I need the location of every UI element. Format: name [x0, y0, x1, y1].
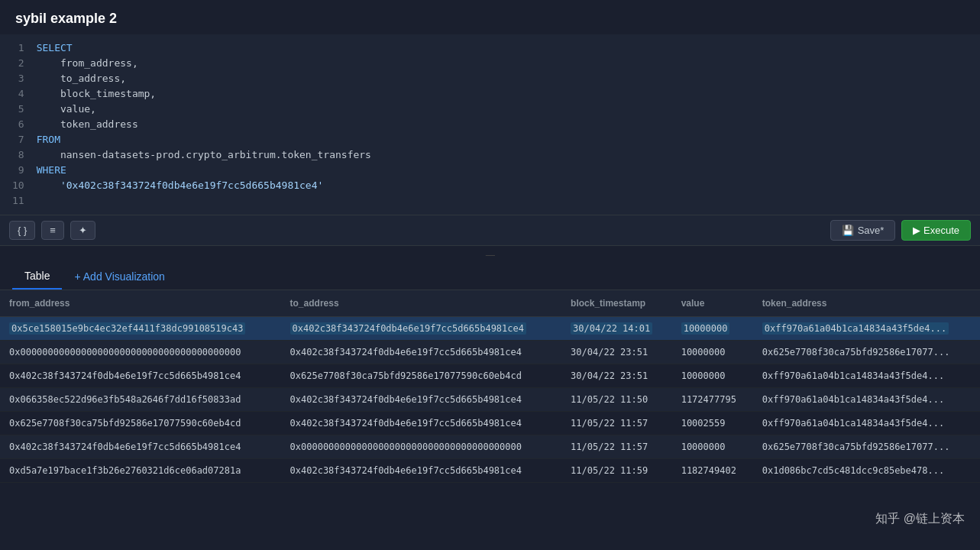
table-row: 0x5ce158015e9bc4ec32ef4411f38dc99108519c… — [0, 317, 980, 341]
execute-button[interactable]: ▶ Execute — [901, 220, 971, 241]
table-row: 0x402c38f343724f0db4e6e19f7cc5d665b4981c… — [0, 364, 980, 388]
cell-value: 10000000 — [672, 317, 753, 341]
save-icon: 💾 — [842, 225, 854, 236]
cell-to_address: 0x625e7708f30ca75bfd92586e17077590c60eb4… — [281, 364, 562, 388]
cell-token_address: 0xff970a61a04b1ca14834a43f5de4... — [753, 364, 980, 388]
results-table: from_address to_address block_timestamp … — [0, 290, 980, 483]
cell-to_address: 0x402c38f343724f0db4e6e19f7cc5d665b4981c… — [281, 412, 562, 435]
save-button[interactable]: 💾 Save* — [830, 220, 896, 241]
tab-table[interactable]: Table — [12, 264, 62, 290]
cell-value: 10000000 — [672, 435, 753, 459]
cell-to_address: 0x402c38f343724f0db4e6e19f7cc5d665b4981c… — [281, 388, 562, 412]
table-header-row: from_address to_address block_timestamp … — [0, 290, 980, 317]
cell-block_timestamp: 11/05/22 11:50 — [561, 388, 672, 412]
table-row: 0xd5a7e197bace1f3b26e2760321d6ce06ad0728… — [0, 459, 980, 483]
table-row: 0x00000000000000000000000000000000000000… — [0, 341, 980, 364]
col-to-address: to_address — [281, 290, 562, 317]
table-row: 0x402c38f343724f0db4e6e19f7cc5d665b4981c… — [0, 435, 980, 459]
cell-value: 1172477795 — [672, 388, 753, 412]
cell-block_timestamp: 30/04/22 23:51 — [561, 341, 672, 364]
drag-handle[interactable]: ⸻ — [0, 246, 980, 264]
cell-from_address: 0x402c38f343724f0db4e6e19f7cc5d665b4981c… — [0, 435, 281, 459]
tab-add-visualization[interactable]: + Add Visualization — [65, 264, 173, 289]
star-btn[interactable]: ✦ — [70, 221, 95, 240]
toolbar: { } ≡ ✦ 💾 Save* ▶ Execute — [0, 215, 980, 246]
save-label: Save* — [858, 225, 885, 236]
table-container[interactable]: from_address to_address block_timestamp … — [0, 290, 980, 550]
cell-to_address: 0x402c38f343724f0db4e6e19f7cc5d665b4981c… — [281, 459, 562, 483]
tabs: Table + Add Visualization — [0, 264, 980, 290]
cell-token_address: 0x625e7708f30ca75bfd92586e17077... — [753, 341, 980, 364]
cell-from_address: 0x625e7708f30ca75bfd92586e17077590c60eb4… — [0, 412, 281, 435]
col-from-address: from_address — [0, 290, 281, 317]
code-editor: 12345 67891011 SELECT from_address, to_a… — [0, 34, 980, 215]
col-token-address: token_address — [753, 290, 980, 317]
cell-token_address: 0xff970a61a04b1ca14834a43f5de4... — [753, 412, 980, 435]
col-block-timestamp: block_timestamp — [561, 290, 672, 317]
cell-from_address: 0xd5a7e197bace1f3b26e2760321d6ce06ad0728… — [0, 459, 281, 483]
cell-block_timestamp: 30/04/22 14:01 — [561, 317, 672, 341]
cell-token_address: 0x1d086bc7cd5c481dcc9c85ebe478... — [753, 459, 980, 483]
table-row: 0x066358ec522d96e3fb548a2646f7dd16f50833… — [0, 388, 980, 412]
line-numbers: 12345 67891011 — [0, 40, 37, 209]
cell-to_address: 0x402c38f343724f0db4e6e19f7cc5d665b4981c… — [281, 317, 562, 341]
cell-block_timestamp: 11/05/22 11:57 — [561, 435, 672, 459]
cell-from_address: 0x402c38f343724f0db4e6e19f7cc5d665b4981c… — [0, 364, 281, 388]
cell-from_address: 0x00000000000000000000000000000000000000… — [0, 341, 281, 364]
cell-value: 10000000 — [672, 364, 753, 388]
cell-block_timestamp: 11/05/22 11:59 — [561, 459, 672, 483]
cell-value: 1182749402 — [672, 459, 753, 483]
cell-to_address: 0x402c38f343724f0db4e6e19f7cc5d665b4981c… — [281, 341, 562, 364]
cell-from_address: 0x066358ec522d96e3fb548a2646f7dd16f50833… — [0, 388, 281, 412]
cell-from_address: 0x5ce158015e9bc4ec32ef4411f38dc99108519c… — [0, 317, 281, 341]
cell-to_address: 0x00000000000000000000000000000000000000… — [281, 435, 562, 459]
table-row: 0x625e7708f30ca75bfd92586e17077590c60eb4… — [0, 412, 980, 435]
code-content[interactable]: SELECT from_address, to_address, block_t… — [37, 40, 980, 209]
list-btn[interactable]: ≡ — [41, 221, 64, 240]
json-btn[interactable]: { } — [9, 221, 35, 240]
cell-value: 10002559 — [672, 412, 753, 435]
cell-block_timestamp: 30/04/22 23:51 — [561, 364, 672, 388]
cell-value: 10000000 — [672, 341, 753, 364]
cell-token_address: 0xff970a61a04b1ca14834a43f5de4... — [753, 317, 980, 341]
code-block: 12345 67891011 SELECT from_address, to_a… — [0, 34, 980, 215]
cell-token_address: 0xff970a61a04b1ca14834a43f5de4... — [753, 388, 980, 412]
cell-block_timestamp: 11/05/22 11:57 — [561, 412, 672, 435]
cell-token_address: 0x625e7708f30ca75bfd92586e17077... — [753, 435, 980, 459]
app-title: sybil example 2 — [0, 0, 980, 34]
col-value: value — [672, 290, 753, 317]
results-area: Table + Add Visualization from_address t… — [0, 264, 980, 550]
execute-label: ▶ Execute — [913, 225, 959, 236]
